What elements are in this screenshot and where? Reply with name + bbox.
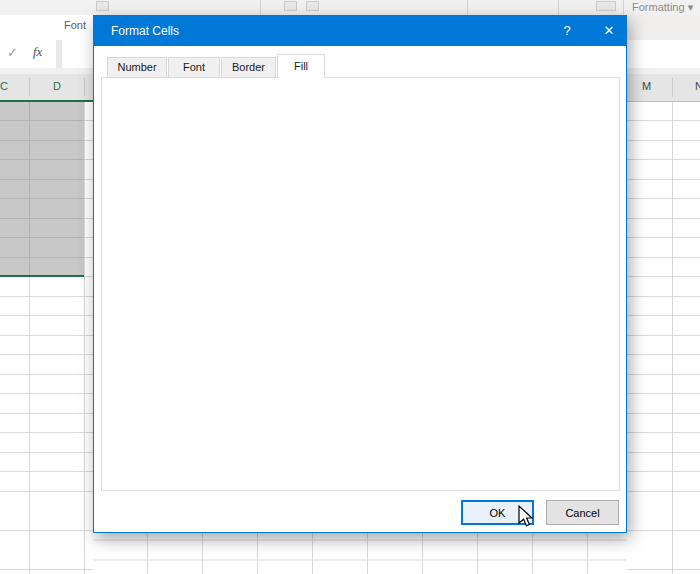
screen: Formatting ▾ Font ✓ fx C D M N Format Ce… [0, 0, 700, 574]
column-headers-right[interactable]: M N [627, 74, 700, 102]
cancel-button[interactable]: Cancel [546, 500, 619, 525]
chevron-down-icon: ▾ [688, 1, 694, 13]
accept-icon[interactable]: ✓ [7, 45, 18, 60]
gridline [84, 102, 85, 574]
column-header-m[interactable]: M [642, 80, 651, 92]
formula-bar[interactable]: ✓ fx [0, 40, 93, 68]
tab-fill[interactable]: Fill [277, 54, 325, 78]
font-group-label: Font [64, 19, 86, 31]
ribbon-separator [260, 0, 261, 15]
formula-bar-input[interactable] [627, 40, 700, 68]
conditional-formatting-button[interactable]: Formatting ▾ [632, 1, 693, 14]
dialog-titlebar[interactable]: Format Cells ? ✕ [94, 16, 626, 46]
ribbon-icon-fragment [306, 1, 319, 11]
tab-number[interactable]: Number [107, 57, 167, 78]
ribbon-separator [467, 0, 468, 15]
ribbon-font-group: Font [0, 15, 93, 40]
ribbon-strip: Formatting ▾ [0, 0, 700, 15]
ribbon-area [627, 15, 700, 40]
insert-function-icon[interactable]: fx [33, 44, 42, 60]
column-divider[interactable] [672, 78, 673, 97]
ribbon-separator [623, 0, 624, 15]
column-headers-left[interactable]: C D [0, 74, 93, 102]
ribbon-icon-fragment [284, 1, 297, 11]
fill-tab-page [101, 77, 620, 491]
help-icon[interactable]: ? [550, 16, 584, 46]
formula-bar-divider [56, 40, 62, 68]
worksheet-cells[interactable] [627, 102, 700, 574]
column-divider[interactable] [84, 78, 85, 96]
column-divider[interactable] [29, 78, 30, 96]
worksheet-cells[interactable] [93, 533, 627, 574]
tab-font[interactable]: Font [168, 57, 220, 78]
column-header-d[interactable]: D [53, 80, 61, 92]
column-header-c[interactable]: C [0, 80, 8, 92]
ribbon-separator [558, 0, 559, 15]
ribbon-icon-fragment [596, 1, 616, 11]
dialog-title: Format Cells [111, 24, 179, 38]
formatting-label: Formatting [632, 1, 685, 13]
gridline [672, 102, 673, 574]
close-icon[interactable]: ✕ [592, 16, 626, 46]
format-cells-dialog: Format Cells ? ✕ Number Font Border Fill… [93, 15, 627, 533]
ribbon-icon-fragment [96, 1, 109, 11]
selected-cell-range[interactable] [0, 102, 84, 277]
gridline [29, 102, 30, 275]
mouse-cursor [515, 504, 537, 528]
column-header-n[interactable]: N [695, 80, 700, 92]
tab-border[interactable]: Border [221, 57, 276, 78]
